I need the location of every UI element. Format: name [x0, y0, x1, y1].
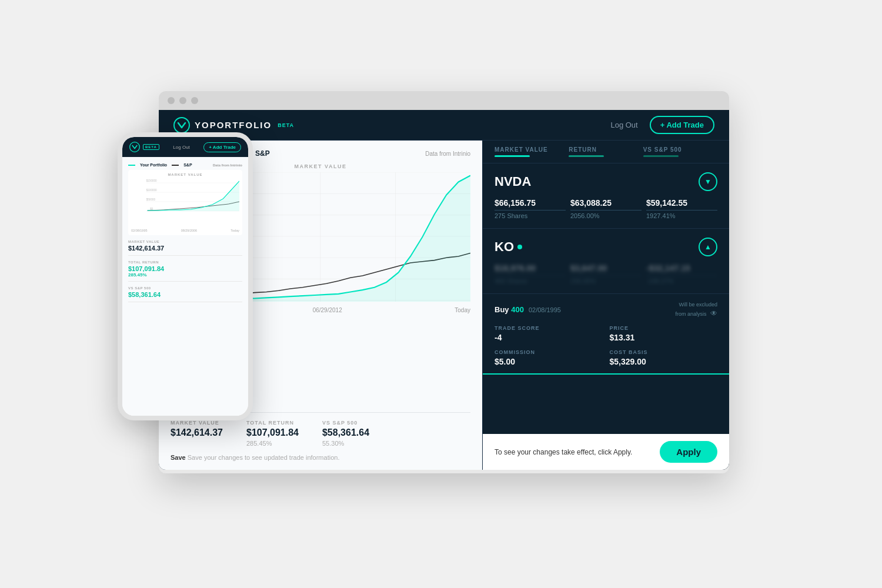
stock-nvda: NVDA ▼ $66,156.75 275 Shares $63,088.25 …	[483, 163, 729, 229]
svg-point-0	[174, 118, 189, 133]
beta-badge: BETA	[278, 122, 294, 128]
portfolio-panel: Market Value Return vs S&P 500	[482, 141, 729, 470]
mobile-logout[interactable]: Log Out	[173, 145, 189, 150]
mobile-chart-title: MARKET VALUE	[131, 173, 239, 176]
trade-details: TRADE SCORE -4 PRICE $13.31 COMMISSION $…	[495, 325, 717, 366]
col-header-vs-sp500: vs S&P 500	[643, 146, 717, 157]
apply-message: To see your changes take effect, click A…	[495, 448, 632, 456]
stat-market-value: MARKET VALUE $142,614.37	[171, 420, 223, 447]
mobile-device: BETA Log Out + Add Trade Your Portfolio …	[118, 132, 253, 420]
ko-values: $18,976.00 400 Shares $3,647.00 236.00% …	[495, 263, 717, 285]
ko-expand-button[interactable]: ▲	[699, 238, 717, 256]
stat-total-return: TOTAL RETURN $107,091.84 285.45%	[246, 420, 299, 447]
svg-text:$50000: $50000	[146, 198, 156, 201]
svg-text:$150000: $150000	[146, 179, 157, 182]
mobile-header: BETA Log Out + Add Trade	[122, 137, 248, 157]
ko-ticker-area: KO	[495, 239, 522, 255]
col-header-return: Return	[569, 146, 643, 157]
trade-info: Buy 400 02/08/1995	[495, 305, 561, 314]
app-name: YOPORTFOLIO	[195, 120, 272, 130]
nvda-ticker: NVDA	[495, 174, 531, 189]
ko-dot	[517, 245, 522, 249]
data-source: Data from Intrinio	[425, 151, 470, 157]
update-notice: Save Save your changes to see updated tr…	[171, 454, 470, 461]
mobile-chart-svg: $150000 $100000 $50000 $0	[131, 178, 239, 225]
trade-commission: COMMISSION $5.00	[495, 349, 603, 366]
logo-area: YOPORTFOLIO BETA	[173, 117, 294, 133]
mobile-chart-tabs: Your Portfolio S&P Data from Intrinio	[128, 163, 242, 167]
nvda-values: $66,156.75 275 Shares $63,088.25 2056.00…	[495, 198, 717, 219]
nvda-return: $63,088.25 2056.00%	[570, 198, 642, 219]
mobile-beta-badge: BETA	[143, 144, 159, 150]
trade-score: TRADE SCORE -4	[495, 325, 603, 342]
nvda-market-value: $66,156.75 275 Shares	[495, 198, 566, 219]
mobile-stat-vs-sp500: VS S&P 500 $58,361.64	[128, 286, 242, 302]
mobile-logo-area: BETA	[129, 142, 159, 152]
ko-return: $3,647.00 236.00%	[570, 263, 642, 285]
ko-vs-sp: -$32,147.15 -198.37%	[646, 263, 717, 285]
mobile-stats: MARKET VALUE $142,614.37 TOTAL RETURN $1…	[128, 240, 242, 302]
mobile-logo-icon	[129, 142, 140, 152]
nvda-header: NVDA ▼	[495, 172, 717, 191]
svg-marker-28	[148, 181, 239, 211]
browser-chrome	[159, 91, 729, 110]
trade-cost-basis: COST BASIS $5,329.00	[610, 349, 718, 366]
mobile-stat-market-value: MARKET VALUE $142,614.37	[128, 240, 242, 256]
nvda-expand-button[interactable]: ▼	[699, 172, 717, 191]
portfolio-column-headers: Market Value Return vs S&P 500	[483, 141, 729, 163]
mobile-chart-area: MARKET VALUE $150000 $100000 $50000 $0	[128, 170, 242, 235]
exclude-icon: 👁	[710, 309, 717, 318]
browser-dot-yellow	[179, 97, 186, 104]
exclude-notice: Will be excluded from analysis 👁	[675, 301, 717, 318]
browser-dot-red	[168, 97, 175, 104]
logout-button[interactable]: Log Out	[610, 121, 637, 129]
stock-ko: KO ▲ $18,976.00 400 Shares $3,647.0	[483, 229, 729, 294]
svg-text:$100000: $100000	[146, 189, 157, 192]
trade-header: Buy 400 02/08/1995 Will be excluded from…	[495, 301, 717, 318]
trade-detail: Buy 400 02/08/1995 Will be excluded from…	[483, 294, 729, 375]
mobile-stat-total-return: TOTAL RETURN $107,091.84 285.45%	[128, 260, 242, 282]
col-header-market-value: Market Value	[495, 146, 569, 157]
mobile-chart-dates: 02/08/1995 08/29/2006 Today	[131, 229, 239, 232]
add-trade-button[interactable]: + Add Trade	[650, 116, 714, 134]
nvda-vs-sp: $59,142.55 1927.41%	[646, 198, 717, 219]
apply-bar: To see your changes take effect, click A…	[483, 434, 729, 470]
scene: YOPORTFOLIO BETA Log Out + Add Trade You…	[88, 74, 794, 514]
mobile-add-trade-button[interactable]: + Add Trade	[203, 142, 241, 152]
trade-date: 02/08/1995	[529, 306, 561, 313]
trade-action: Buy 400	[495, 305, 524, 314]
stat-vs-sp500: VS S&P 500 $58,361.64 55.30%	[322, 420, 369, 447]
svg-text:$0: $0	[150, 208, 153, 211]
ko-ticker: KO	[495, 239, 514, 255]
ko-header: KO ▲	[495, 238, 717, 256]
ko-market-value: $18,976.00 400 Shares	[495, 263, 566, 285]
mobile-portfolio-tab-line	[128, 165, 135, 166]
svg-point-19	[130, 142, 140, 152]
mobile-body: Your Portfolio S&P Data from Intrinio MA…	[122, 157, 248, 416]
apply-button[interactable]: Apply	[660, 441, 717, 463]
header-actions: Log Out + Add Trade	[610, 116, 714, 134]
mobile-content: BETA Log Out + Add Trade Your Portfolio …	[122, 137, 248, 416]
mobile-sp-tab-line	[172, 165, 179, 166]
browser-dot-green	[191, 97, 198, 104]
logo-icon	[173, 117, 190, 133]
trade-price: PRICE $13.31	[610, 325, 718, 342]
